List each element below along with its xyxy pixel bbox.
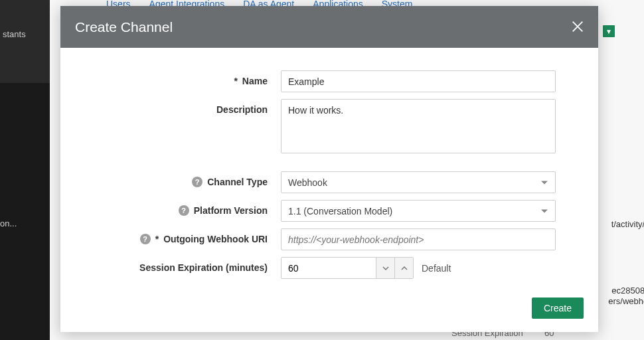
- dropdown-button[interactable]: ▼: [603, 25, 615, 37]
- row-outgoing-uri: ? * Outgoing Webhook URI: [82, 228, 577, 250]
- description-textarea[interactable]: [281, 99, 556, 153]
- chevron-up-icon: [401, 265, 408, 272]
- label-name: * Name: [82, 70, 281, 86]
- modal-body: * Name Description ? Channel Type Webho: [60, 48, 598, 279]
- session-default-label: Default: [422, 263, 451, 274]
- caret-down-icon: [541, 209, 548, 212]
- label-platform-version-text: Platform Version: [194, 205, 268, 216]
- platform-version-value: 1.1 (Conversation Model): [288, 206, 392, 216]
- channel-type-value: Webhook: [288, 177, 327, 188]
- row-channel-type: ? Channel Type Webhook: [82, 171, 577, 193]
- caret-down-icon: ▼: [605, 28, 612, 35]
- session-expiration-stepper: [281, 257, 414, 279]
- name-input[interactable]: [281, 70, 556, 92]
- modal-header: Create Channel: [60, 6, 598, 48]
- create-button[interactable]: Create: [532, 298, 584, 319]
- channel-type-select[interactable]: Webhook: [281, 171, 556, 193]
- label-description-text: Description: [216, 104, 268, 115]
- help-icon[interactable]: ?: [192, 177, 202, 187]
- bg-url-fragment-1: t/activity/ora: [611, 219, 644, 229]
- label-channel-type: ? Channel Type: [82, 171, 281, 187]
- help-icon[interactable]: ?: [140, 234, 151, 244]
- label-session-expiration-text: Session Expiration (minutes): [139, 262, 268, 273]
- modal-footer: Create: [532, 298, 584, 319]
- modal-title: Create Channel: [75, 19, 173, 35]
- help-icon[interactable]: ?: [179, 205, 189, 216]
- label-platform-version: ? Platform Version: [82, 200, 281, 216]
- required-asterisk: *: [234, 76, 237, 86]
- required-asterisk: *: [155, 234, 159, 244]
- close-icon: [570, 19, 585, 34]
- label-session-expiration: Session Expiration (minutes): [82, 257, 281, 273]
- label-channel-type-text: Channel Type: [207, 177, 268, 187]
- chevron-down-icon: [382, 265, 389, 272]
- outgoing-uri-input[interactable]: [281, 228, 556, 250]
- label-outgoing-uri: ? * Outgoing Webhook URI: [82, 228, 281, 244]
- stepper-down-button[interactable]: [376, 258, 394, 278]
- caret-down-icon: [541, 181, 548, 184]
- platform-version-select[interactable]: 1.1 (Conversation Model): [281, 200, 556, 222]
- session-expiration-input[interactable]: [282, 258, 376, 278]
- label-description: Description: [82, 99, 281, 115]
- bg-url-fragment-3: ers/webhook: [608, 296, 644, 306]
- row-description: Description: [82, 99, 577, 155]
- stepper-up-button[interactable]: [394, 258, 413, 278]
- bg-url-fragment-2: ec285086-d: [611, 286, 644, 296]
- label-name-text: Name: [242, 76, 268, 86]
- row-name: * Name: [82, 70, 577, 92]
- row-platform-version: ? Platform Version 1.1 (Conversation Mod…: [82, 200, 577, 222]
- sidebar-item-truncated[interactable]: on...: [0, 216, 50, 234]
- create-channel-modal: Create Channel * Name Description ?: [60, 6, 598, 332]
- sidebar-item-assistants[interactable]: stants: [0, 27, 50, 45]
- close-button[interactable]: [570, 19, 585, 34]
- label-outgoing-uri-text: Outgoing Webhook URI: [163, 234, 268, 244]
- row-session-expiration: Session Expiration (minutes) Default: [82, 257, 577, 279]
